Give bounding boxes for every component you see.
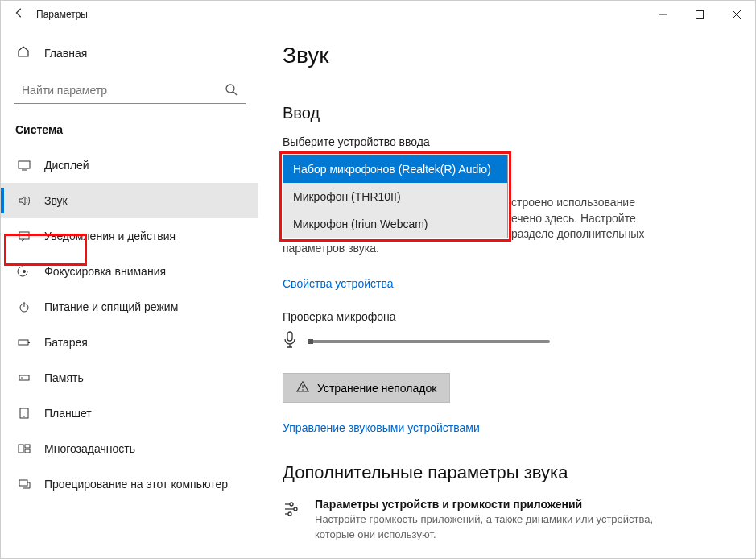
input-section-title: Ввод bbox=[283, 104, 731, 122]
sidebar-item-sound[interactable]: Звук bbox=[1, 183, 258, 218]
svg-point-28 bbox=[290, 503, 293, 506]
dropdown-option[interactable]: Микрофон (THR10II) bbox=[283, 183, 507, 210]
title-bar: Параметры bbox=[1, 1, 755, 28]
svg-rect-13 bbox=[28, 342, 30, 343]
multitask-icon bbox=[17, 442, 31, 455]
sidebar-item-power[interactable]: Питание и спящий режим bbox=[1, 289, 258, 325]
maximize-button[interactable] bbox=[681, 2, 718, 27]
svg-rect-8 bbox=[19, 232, 29, 239]
sidebar-item-label: Планшет bbox=[44, 407, 92, 420]
home-nav[interactable]: Главная bbox=[1, 36, 258, 70]
input-device-dropdown[interactable]: Набор микрофонов (Realtek(R) Audio) Микр… bbox=[283, 155, 508, 238]
sidebar-item-notifications[interactable]: Уведомления и действия bbox=[1, 218, 258, 254]
app-volume-icon bbox=[283, 499, 302, 541]
battery-icon bbox=[17, 336, 31, 349]
dropdown-option[interactable]: Микрофон (Iriun Webcam) bbox=[283, 210, 507, 238]
focus-icon bbox=[17, 265, 31, 278]
minimize-button[interactable] bbox=[644, 2, 681, 27]
svg-rect-22 bbox=[287, 332, 292, 341]
svg-point-17 bbox=[23, 416, 25, 417]
sidebar-item-project[interactable]: Проецирование на этот компьютер bbox=[1, 466, 258, 502]
display-icon bbox=[17, 159, 31, 172]
svg-point-9 bbox=[23, 270, 26, 273]
sidebar-item-label: Проецирование на этот компьютер bbox=[44, 478, 228, 491]
close-button[interactable] bbox=[718, 2, 755, 27]
svg-rect-18 bbox=[19, 445, 23, 453]
sidebar-item-label: Уведомления и действия bbox=[44, 230, 176, 242]
mic-level-meter bbox=[308, 340, 550, 343]
svg-point-15 bbox=[21, 377, 23, 379]
test-mic-label: Проверка микрофона bbox=[283, 310, 731, 323]
sidebar-group-title: Система bbox=[1, 117, 258, 147]
app-volume-desc: Настройте громкость приложений, а также … bbox=[315, 512, 661, 541]
device-hint-text-2: параметров звука. bbox=[283, 241, 731, 257]
search-input[interactable] bbox=[14, 77, 246, 104]
notifications-icon bbox=[17, 230, 31, 242]
svg-line-5 bbox=[233, 92, 237, 95]
troubleshoot-label: Устранение неполадок bbox=[317, 382, 436, 395]
svg-rect-12 bbox=[19, 340, 28, 345]
page-title: Звук bbox=[283, 43, 731, 68]
svg-rect-19 bbox=[25, 445, 30, 448]
warning-icon bbox=[296, 380, 309, 395]
sidebar-item-label: Питание и спящий режим bbox=[44, 300, 178, 313]
device-properties-link[interactable]: Свойства устройства bbox=[283, 277, 394, 290]
sidebar-item-display[interactable]: Дисплей bbox=[1, 147, 258, 183]
manage-audio-devices-link[interactable]: Управление звуковыми устройствами bbox=[283, 421, 480, 434]
advanced-section-title: Дополнительные параметры звука bbox=[283, 462, 731, 483]
sidebar-item-tablet[interactable]: Планшет bbox=[1, 395, 258, 431]
sidebar-item-multitask[interactable]: Многозадачность bbox=[1, 431, 258, 466]
tablet-icon bbox=[17, 407, 31, 420]
troubleshoot-button[interactable]: Устранение неполадок bbox=[283, 373, 450, 403]
sidebar-item-label: Дисплей bbox=[44, 159, 89, 172]
choose-input-device-label: Выберите устройство ввода bbox=[283, 135, 731, 148]
home-label: Главная bbox=[44, 47, 87, 60]
storage-icon bbox=[17, 371, 31, 384]
svg-point-24 bbox=[302, 390, 304, 391]
sidebar-item-label: Батарея bbox=[44, 336, 88, 349]
svg-rect-14 bbox=[19, 375, 29, 380]
window-title: Параметры bbox=[36, 9, 88, 20]
sound-icon bbox=[17, 194, 31, 207]
svg-point-29 bbox=[294, 507, 297, 511]
svg-rect-21 bbox=[19, 480, 27, 486]
main-content: Звук Ввод Выберите устройство ввода Набо… bbox=[258, 28, 755, 558]
sidebar-item-battery[interactable]: Батарея bbox=[1, 325, 258, 360]
dropdown-option[interactable]: Набор микрофонов (Realtek(R) Audio) bbox=[283, 155, 507, 183]
sidebar-item-focus[interactable]: Фокусировка внимания bbox=[1, 254, 258, 289]
search-icon bbox=[225, 83, 238, 99]
svg-rect-1 bbox=[696, 11, 704, 19]
project-icon bbox=[17, 478, 31, 491]
app-volume-title: Параметры устройств и громкости приложен… bbox=[315, 498, 661, 511]
svg-rect-6 bbox=[19, 161, 30, 168]
home-icon bbox=[17, 45, 31, 61]
app-volume-row[interactable]: Параметры устройств и громкости приложен… bbox=[283, 498, 731, 541]
sidebar-item-label: Фокусировка внимания bbox=[44, 265, 166, 278]
sidebar-item-storage[interactable]: Память bbox=[1, 360, 258, 395]
sidebar-item-label: Память bbox=[44, 371, 84, 384]
sidebar-item-label: Звук bbox=[44, 194, 68, 207]
power-icon bbox=[17, 300, 31, 313]
svg-rect-20 bbox=[25, 449, 30, 453]
sidebar: Главная Система Дисплей Звук Уведомления… bbox=[1, 28, 258, 558]
svg-point-30 bbox=[288, 512, 291, 516]
microphone-icon bbox=[283, 331, 297, 352]
svg-point-4 bbox=[226, 85, 234, 93]
back-button[interactable] bbox=[7, 7, 31, 22]
sidebar-item-label: Многозадачность bbox=[44, 442, 135, 455]
